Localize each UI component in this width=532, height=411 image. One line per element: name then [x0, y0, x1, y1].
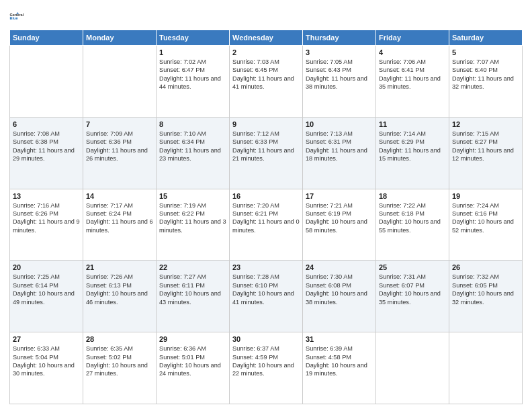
day-cell: 11Sunrise: 7:14 AM Sunset: 6:29 PM Dayli…: [376, 117, 449, 189]
day-detail: Sunrise: 7:30 AM Sunset: 6:08 PM Dayligh…: [306, 273, 373, 306]
column-header-saturday: Saturday: [449, 30, 523, 46]
calendar-body: 1Sunrise: 7:02 AM Sunset: 6:47 PM Daylig…: [10, 46, 523, 404]
day-number: 3: [306, 48, 373, 56]
header: General Blue: [9, 7, 523, 26]
day-cell: 3Sunrise: 7:05 AM Sunset: 6:43 PM Daylig…: [303, 46, 376, 118]
day-number: 26: [452, 263, 519, 271]
day-cell: 1Sunrise: 7:02 AM Sunset: 6:47 PM Daylig…: [157, 46, 230, 118]
day-detail: Sunrise: 6:35 AM Sunset: 5:02 PM Dayligh…: [86, 345, 153, 378]
day-detail: Sunrise: 7:27 AM Sunset: 6:11 PM Dayligh…: [159, 273, 226, 306]
day-number: 23: [232, 263, 300, 271]
day-cell: 26Sunrise: 7:32 AM Sunset: 6:05 PM Dayli…: [449, 261, 523, 332]
column-header-friday: Friday: [376, 30, 449, 46]
day-detail: Sunrise: 6:33 AM Sunset: 5:04 PM Dayligh…: [13, 345, 80, 378]
day-detail: Sunrise: 7:06 AM Sunset: 6:41 PM Dayligh…: [379, 58, 446, 91]
day-number: 27: [13, 335, 80, 343]
day-detail: Sunrise: 6:39 AM Sunset: 4:58 PM Dayligh…: [306, 345, 373, 378]
day-number: 25: [379, 263, 446, 271]
day-number: 13: [13, 192, 80, 200]
day-detail: Sunrise: 6:36 AM Sunset: 5:01 PM Dayligh…: [159, 345, 226, 378]
day-detail: Sunrise: 7:14 AM Sunset: 6:29 PM Dayligh…: [379, 130, 446, 163]
column-header-monday: Monday: [83, 30, 157, 46]
day-number: 29: [159, 335, 226, 343]
day-cell: 13Sunrise: 7:16 AM Sunset: 6:26 PM Dayli…: [10, 189, 83, 261]
column-header-wednesday: Wednesday: [230, 30, 303, 46]
column-header-thursday: Thursday: [303, 30, 376, 46]
week-row-2: 6Sunrise: 7:08 AM Sunset: 6:38 PM Daylig…: [10, 117, 523, 189]
day-number: 19: [452, 192, 519, 200]
day-detail: Sunrise: 7:24 AM Sunset: 6:16 PM Dayligh…: [452, 201, 519, 235]
day-detail: Sunrise: 7:17 AM Sunset: 6:24 PM Dayligh…: [86, 201, 153, 235]
day-number: 8: [159, 120, 226, 128]
day-number: 12: [452, 120, 519, 128]
day-detail: Sunrise: 7:25 AM Sunset: 6:14 PM Dayligh…: [13, 273, 80, 306]
day-number: 28: [86, 335, 153, 343]
day-cell: 24Sunrise: 7:30 AM Sunset: 6:08 PM Dayli…: [303, 261, 376, 332]
page: General Blue SundayMondayTuesdayWednesda…: [0, 0, 532, 411]
day-detail: Sunrise: 7:07 AM Sunset: 6:40 PM Dayligh…: [452, 58, 519, 91]
day-detail: Sunrise: 7:13 AM Sunset: 6:31 PM Dayligh…: [306, 130, 373, 163]
day-number: 1: [159, 48, 226, 56]
day-number: 16: [232, 192, 300, 200]
day-number: 22: [159, 263, 226, 271]
day-detail: Sunrise: 7:15 AM Sunset: 6:27 PM Dayligh…: [452, 130, 519, 163]
day-number: 21: [86, 263, 153, 271]
day-number: 2: [232, 48, 300, 56]
day-number: 20: [13, 263, 80, 271]
day-cell: 31Sunrise: 6:39 AM Sunset: 4:58 PM Dayli…: [303, 332, 376, 404]
day-number: 15: [159, 192, 226, 200]
day-number: 24: [306, 263, 373, 271]
day-detail: Sunrise: 7:26 AM Sunset: 6:13 PM Dayligh…: [86, 273, 153, 306]
day-detail: Sunrise: 7:02 AM Sunset: 6:47 PM Dayligh…: [159, 58, 226, 91]
day-number: 17: [306, 192, 373, 200]
day-cell: 6Sunrise: 7:08 AM Sunset: 6:38 PM Daylig…: [10, 117, 83, 189]
week-row-4: 20Sunrise: 7:25 AM Sunset: 6:14 PM Dayli…: [10, 261, 523, 332]
day-cell: 2Sunrise: 7:03 AM Sunset: 6:45 PM Daylig…: [230, 46, 303, 118]
day-detail: Sunrise: 7:19 AM Sunset: 6:22 PM Dayligh…: [159, 201, 226, 235]
day-cell: 4Sunrise: 7:06 AM Sunset: 6:41 PM Daylig…: [376, 46, 449, 118]
week-row-1: 1Sunrise: 7:02 AM Sunset: 6:47 PM Daylig…: [10, 46, 523, 118]
day-cell: 14Sunrise: 7:17 AM Sunset: 6:24 PM Dayli…: [83, 189, 157, 261]
logo-icon: General Blue: [9, 7, 28, 26]
day-cell: 9Sunrise: 7:12 AM Sunset: 6:33 PM Daylig…: [230, 117, 303, 189]
day-cell: 7Sunrise: 7:09 AM Sunset: 6:36 PM Daylig…: [83, 117, 157, 189]
day-cell: 15Sunrise: 7:19 AM Sunset: 6:22 PM Dayli…: [157, 189, 230, 261]
day-cell: 21Sunrise: 7:26 AM Sunset: 6:13 PM Dayli…: [83, 261, 157, 332]
day-cell: 5Sunrise: 7:07 AM Sunset: 6:40 PM Daylig…: [449, 46, 523, 118]
week-row-3: 13Sunrise: 7:16 AM Sunset: 6:26 PM Dayli…: [10, 189, 523, 261]
logo: General Blue: [9, 7, 28, 26]
day-number: 7: [86, 120, 153, 128]
day-number: 14: [86, 192, 153, 200]
svg-text:Blue: Blue: [9, 16, 17, 20]
day-cell: 12Sunrise: 7:15 AM Sunset: 6:27 PM Dayli…: [449, 117, 523, 189]
day-cell: 23Sunrise: 7:28 AM Sunset: 6:10 PM Dayli…: [230, 261, 303, 332]
day-detail: Sunrise: 7:31 AM Sunset: 6:07 PM Dayligh…: [379, 273, 446, 306]
day-detail: Sunrise: 6:37 AM Sunset: 4:59 PM Dayligh…: [232, 345, 300, 378]
day-detail: Sunrise: 7:21 AM Sunset: 6:19 PM Dayligh…: [306, 201, 373, 235]
day-cell: 16Sunrise: 7:20 AM Sunset: 6:21 PM Dayli…: [230, 189, 303, 261]
day-cell: 17Sunrise: 7:21 AM Sunset: 6:19 PM Dayli…: [303, 189, 376, 261]
day-cell: 10Sunrise: 7:13 AM Sunset: 6:31 PM Dayli…: [303, 117, 376, 189]
day-number: 18: [379, 192, 446, 200]
day-detail: Sunrise: 7:12 AM Sunset: 6:33 PM Dayligh…: [232, 130, 300, 163]
day-cell: 20Sunrise: 7:25 AM Sunset: 6:14 PM Dayli…: [10, 261, 83, 332]
day-cell: [449, 332, 523, 404]
day-detail: Sunrise: 7:28 AM Sunset: 6:10 PM Dayligh…: [232, 273, 300, 306]
day-number: 30: [232, 335, 300, 343]
day-number: 4: [379, 48, 446, 56]
day-detail: Sunrise: 7:03 AM Sunset: 6:45 PM Dayligh…: [232, 58, 300, 91]
day-cell: [83, 46, 157, 118]
day-cell: 8Sunrise: 7:10 AM Sunset: 6:34 PM Daylig…: [157, 117, 230, 189]
day-detail: Sunrise: 7:22 AM Sunset: 6:18 PM Dayligh…: [379, 201, 446, 235]
day-number: 31: [306, 335, 373, 343]
column-header-sunday: Sunday: [10, 30, 83, 46]
day-number: 11: [379, 120, 446, 128]
calendar-table: SundayMondayTuesdayWednesdayThursdayFrid…: [9, 30, 523, 404]
day-detail: Sunrise: 7:09 AM Sunset: 6:36 PM Dayligh…: [86, 130, 153, 163]
day-detail: Sunrise: 7:32 AM Sunset: 6:05 PM Dayligh…: [452, 273, 519, 306]
day-cell: 27Sunrise: 6:33 AM Sunset: 5:04 PM Dayli…: [10, 332, 83, 404]
day-cell: 29Sunrise: 6:36 AM Sunset: 5:01 PM Dayli…: [157, 332, 230, 404]
day-cell: 28Sunrise: 6:35 AM Sunset: 5:02 PM Dayli…: [83, 332, 157, 404]
day-number: 5: [452, 48, 519, 56]
day-detail: Sunrise: 7:10 AM Sunset: 6:34 PM Dayligh…: [159, 130, 226, 163]
